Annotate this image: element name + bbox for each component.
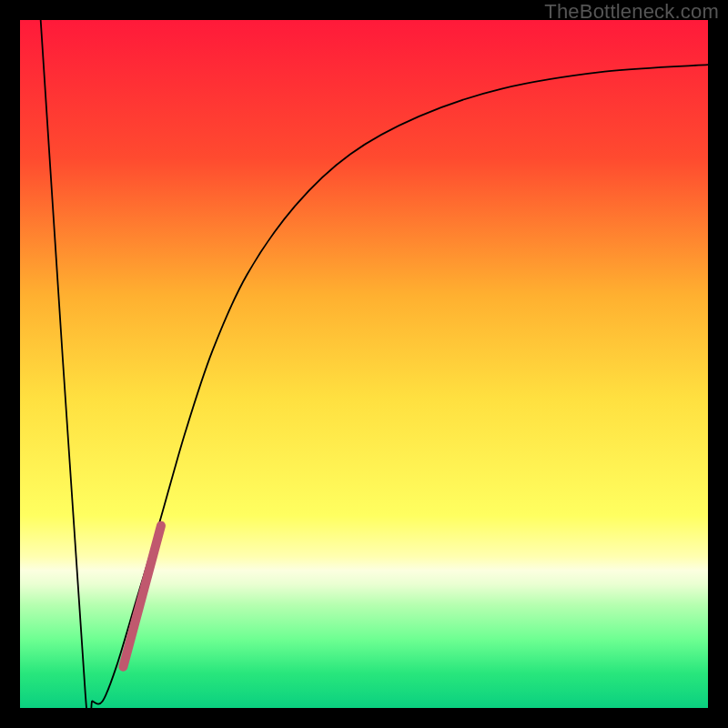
chart-frame: TheBottleneck.com (0, 0, 728, 728)
bottleneck-chart (20, 20, 708, 708)
gradient-background (20, 20, 708, 708)
plot-area (20, 20, 708, 708)
